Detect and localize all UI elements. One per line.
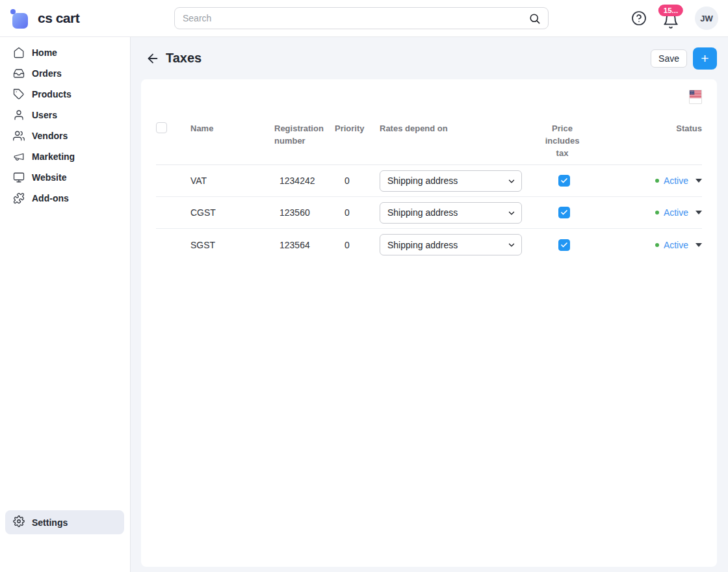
status-active-dot — [655, 211, 659, 214]
sidebar: Home Orders Products — [0, 37, 131, 572]
sidebar-item-label: Vendors — [32, 131, 68, 141]
tax-name: SGST — [190, 229, 274, 261]
page-header: Taxes Save + — [131, 37, 728, 79]
registration-number: 1234242 — [274, 165, 335, 197]
row-select-cell — [156, 165, 190, 197]
global-search — [174, 7, 549, 29]
column-header-rates-depend-on: Rates depend on — [380, 117, 541, 165]
orders-icon — [13, 68, 25, 79]
home-icon — [13, 47, 25, 58]
select-all-checkbox[interactable] — [156, 122, 167, 133]
arrow-left-icon — [146, 51, 160, 66]
sidebar-item-label: Website — [32, 172, 66, 183]
help-icon[interactable] — [631, 10, 647, 26]
sidebar-item-label: Add-ons — [32, 193, 69, 203]
notifications-bell[interactable]: 15... — [662, 7, 679, 29]
row-select-cell — [156, 229, 190, 261]
cs-cart-admin-app: cs cart 15... JW — [0, 0, 728, 572]
rates-depend-on-cell: Shipping address — [380, 197, 541, 229]
logo-square — [12, 13, 28, 29]
column-header-priority: Priority — [335, 117, 380, 165]
priority-value: 0 — [335, 197, 380, 229]
content-area: Taxes Save + — [131, 37, 728, 572]
sidebar-item-vendors[interactable]: Vendors — [0, 125, 130, 146]
products-tag-icon — [13, 88, 25, 100]
check-icon — [560, 241, 568, 249]
notification-count-badge[interactable]: 15... — [658, 5, 683, 16]
sidebar-item-label: Marketing — [32, 151, 75, 162]
sidebar-item-users[interactable]: Users — [0, 105, 130, 125]
priority-value: 0 — [335, 229, 380, 261]
sidebar-item-label: Products — [32, 89, 72, 99]
rates-depend-on-cell: Shipping address — [380, 229, 541, 261]
puzzle-icon — [13, 192, 25, 204]
sidebar-item-addons[interactable]: Add-ons — [0, 188, 130, 209]
status-cell: Active — [587, 229, 702, 261]
tax-name: CGST — [190, 197, 274, 229]
price-includes-tax-cell — [541, 165, 587, 197]
price-includes-tax-checkbox[interactable] — [558, 239, 570, 251]
sidebar-item-settings[interactable]: Settings — [5, 510, 124, 534]
caret-down-icon[interactable] — [696, 179, 702, 183]
back-arrow-button[interactable] — [146, 51, 160, 66]
taxes-table: Name Registration number Priority Rates … — [156, 117, 702, 261]
price-includes-tax-checkbox[interactable] — [558, 207, 570, 218]
column-header-status: Status — [587, 117, 702, 165]
rates-depend-on-select[interactable]: Shipping address — [380, 202, 522, 224]
user-icon — [13, 109, 25, 121]
taxes-card: Name Registration number Priority Rates … — [141, 79, 717, 567]
sidebar-item-label: Settings — [32, 517, 68, 528]
us-flag-icon[interactable] — [689, 90, 702, 104]
logo-text: cs cart — [38, 10, 79, 26]
user-avatar[interactable]: JW — [695, 6, 718, 30]
sidebar-item-label: Users — [32, 110, 57, 120]
vendors-people-icon — [13, 130, 25, 142]
topbar-actions: 15... JW — [631, 6, 718, 30]
price-includes-tax-checkbox[interactable] — [558, 175, 570, 187]
tax-name: VAT — [190, 165, 274, 197]
add-tax-button[interactable]: + — [693, 47, 717, 70]
status-dropdown-link[interactable]: Active — [664, 176, 688, 186]
search-icon[interactable] — [528, 12, 541, 27]
cs-cart-logo-icon — [10, 8, 30, 29]
check-icon — [560, 177, 568, 185]
status-active-dot — [655, 243, 659, 247]
caret-down-icon[interactable] — [696, 243, 702, 247]
top-bar: cs cart 15... JW — [0, 0, 728, 37]
search-input[interactable] — [174, 7, 549, 29]
sidebar-item-marketing[interactable]: Marketing — [0, 146, 130, 167]
sidebar-item-website[interactable]: Website — [0, 167, 130, 188]
registration-number: 123560 — [274, 197, 335, 229]
priority-value: 0 — [335, 165, 380, 197]
page-title: Taxes — [166, 51, 202, 66]
sidebar-item-label: Home — [32, 47, 57, 58]
caret-down-icon[interactable] — [696, 211, 702, 214]
status-active-dot — [655, 179, 659, 183]
rates-depend-on-cell: Shipping address — [380, 165, 541, 197]
status-cell: Active — [587, 197, 702, 229]
column-header-name: Name — [190, 117, 274, 165]
status-dropdown-link[interactable]: Active — [664, 240, 688, 250]
check-icon — [560, 209, 568, 216]
sidebar-item-home[interactable]: Home — [0, 42, 130, 63]
gear-icon — [13, 515, 25, 529]
rates-depend-on-select[interactable]: Shipping address — [380, 234, 522, 255]
price-includes-tax-cell — [541, 229, 587, 261]
sidebar-item-label: Orders — [32, 68, 62, 79]
status-cell: Active — [587, 165, 702, 197]
rates-depend-on-select[interactable]: Shipping address — [380, 170, 522, 192]
column-header-price-includes-tax: Price includes tax — [541, 117, 587, 165]
price-includes-tax-cell — [541, 197, 587, 229]
row-select-cell — [156, 197, 190, 229]
sidebar-item-products[interactable]: Products — [0, 84, 130, 105]
megaphone-icon — [13, 151, 25, 162]
monitor-icon — [13, 172, 25, 183]
save-button[interactable]: Save — [651, 49, 687, 68]
registration-number: 123564 — [274, 229, 335, 261]
cs-cart-logo[interactable]: cs cart — [10, 8, 174, 29]
column-header-registration-number: Registration number — [274, 117, 335, 165]
select-all-header-cell — [156, 117, 190, 165]
sidebar-item-orders[interactable]: Orders — [0, 63, 130, 84]
status-dropdown-link[interactable]: Active — [664, 207, 688, 218]
